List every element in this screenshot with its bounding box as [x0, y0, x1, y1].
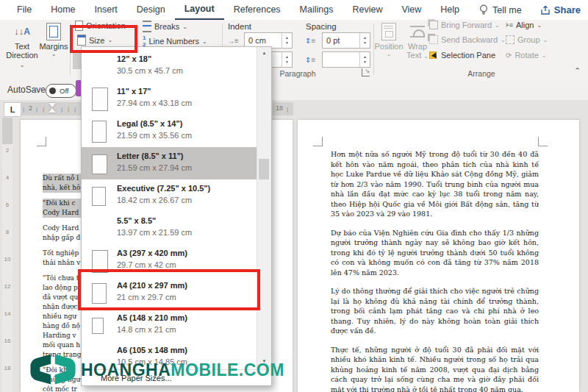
- rotate-button[interactable]: ⟳ Rotate⌄: [506, 51, 547, 60]
- breaks-icon: [143, 21, 151, 32]
- horizontal-ruler-left[interactable]: | 2 | | | | |: [21, 102, 81, 115]
- selected-paragraph: "Đôi khi cCody Hard: [43, 199, 81, 218]
- bring-forward-icon: [429, 21, 438, 29]
- menu-tabs: FileHomeInsertDesignLayoutReferencesMail…: [0, 0, 469, 20]
- spacing-before-spinner[interactable]: ▲▼: [359, 33, 370, 48]
- tab-references[interactable]: References: [224, 1, 290, 19]
- tab-home[interactable]: Home: [41, 1, 85, 19]
- horizontal-ruler-right[interactable]: 18 |: [273, 102, 293, 115]
- paragraph: Dự báo của Viện Nghiên cứu Gia đình cho …: [331, 228, 539, 278]
- paragraph: Tốt nghiệpthải nhân v: [43, 249, 81, 268]
- position-icon: [373, 21, 404, 42]
- v-ruler-number: 2: [2, 147, 12, 154]
- a4-item-annotation: [78, 269, 260, 310]
- v-ruler-number: 12: [2, 283, 12, 290]
- paper-size-item[interactable]: 11" x 17"27.94 cm x 43.18 cm: [82, 82, 257, 115]
- wrap-text-button[interactable]: Wrap Text ⌄: [403, 21, 432, 60]
- paper-size-item[interactable]: Executive (7.25" x 10.5")18.42 cm x 26.6…: [82, 179, 257, 212]
- watermark: HOANGHAMOBILE.COM: [29, 352, 284, 388]
- v-ruler-number: 8: [2, 229, 12, 235]
- tab-file[interactable]: File: [7, 1, 41, 19]
- tab-help[interactable]: Help: [431, 1, 469, 19]
- paper-page-icon: [92, 88, 108, 111]
- align-button[interactable]: ⊧≡ Align⌄: [506, 21, 542, 29]
- toggle-dot-icon: [49, 88, 56, 94]
- paper-size-name: 12" x 18": [117, 54, 151, 63]
- paper-size-item[interactable]: 5.5" x 8.5"13.97 cm x 21.59 cm: [82, 212, 257, 244]
- indent-left-icon: →≡: [227, 36, 239, 45]
- indent-right-spinner[interactable]: ▲▼: [282, 52, 292, 67]
- paper-size-dimensions: 18.42 cm x 26.67 cm: [117, 196, 192, 204]
- first-line-indent-marker[interactable]: [49, 103, 56, 107]
- indent-left-spinner[interactable]: ▲▼: [282, 33, 292, 48]
- arrange-group-label: Arrange: [426, 69, 537, 78]
- spacing-after-input[interactable]: ▲▼: [322, 51, 370, 68]
- paper-size-item[interactable]: Letter (8.5" x 11")21.59 cm x 27.94 cm: [82, 147, 257, 179]
- v-ruler-number: 14: [2, 310, 12, 317]
- paper-size-name: 5.5" x 8.5": [117, 216, 156, 225]
- vertical-ruler[interactable]: 24681012141618: [2, 118, 12, 392]
- spacing-label: Spacing: [306, 22, 337, 31]
- h-ruler-number: 2: [29, 104, 32, 112]
- tab-review[interactable]: Review: [343, 1, 392, 19]
- tab-design[interactable]: Design: [127, 1, 175, 19]
- autosave-toggle[interactable]: Off: [46, 84, 76, 98]
- bring-forward-button[interactable]: Bring Forward⌄: [429, 21, 500, 29]
- paper-size-item[interactable]: A5 (148 x 210 mm)14.8 cm x 21 cm: [82, 309, 257, 341]
- spacing-before-input[interactable]: 0 pt ▲▼: [322, 32, 370, 49]
- text-direction-label-1: Text: [6, 42, 38, 51]
- paper-size-dimensions: 14.8 cm x 21 cm: [117, 325, 176, 334]
- margins-label: Margins: [37, 42, 71, 51]
- selection-pane-button[interactable]: Selection Pane: [429, 51, 495, 60]
- hanging-indent-marker[interactable]: [49, 108, 56, 113]
- selected-paragraph: Dù rất nỗ lnhà, kết hô: [43, 174, 81, 193]
- tell-me[interactable]: Tell me: [479, 4, 522, 15]
- position-button[interactable]: Position ⌄: [373, 21, 404, 57]
- text-direction-icon: ↓↓A: [6, 21, 38, 42]
- paper-page-icon: [92, 318, 104, 334]
- text-direction-button[interactable]: ↓↓A Text Direction ⌄: [6, 21, 38, 68]
- spacing-after-spinner[interactable]: ▲▼: [359, 52, 370, 67]
- paper-page-icon: [92, 121, 107, 143]
- wrap-text-label-1: Wrap: [403, 42, 432, 51]
- bring-forward-label: Bring Forward: [441, 21, 492, 29]
- share-icon: [540, 5, 551, 15]
- ruler-margin-zone: [2, 118, 12, 144]
- tab-view[interactable]: View: [392, 1, 431, 19]
- tab-layout[interactable]: Layout: [175, 0, 224, 20]
- selection-pane-icon: [429, 51, 438, 60]
- paper-size-list: 12" x 18"30.5 cm x 45.7 cm11" x 17"27.94…: [82, 47, 257, 369]
- spacing-before-value: 0 pt: [323, 36, 359, 45]
- paper-size-item[interactable]: Legal (8.5" x 14")21.59 cm x 35.56 cm: [82, 115, 257, 147]
- share-button[interactable]: Share: [540, 0, 581, 20]
- scrollbar-thumb[interactable]: [259, 159, 269, 179]
- paper-size-dimensions: 27.94 cm x 43.18 cm: [117, 99, 192, 107]
- dropdown-scrollbar[interactable]: ▲ ▼: [257, 47, 271, 369]
- paper-size-dimensions: 29.7 cm x 42 cm: [117, 260, 176, 269]
- collapse-ribbon-chevron[interactable]: ⌃: [574, 66, 581, 76]
- indent-left-value: 0 cm: [245, 36, 282, 45]
- margins-button[interactable]: Margins ⌄: [37, 21, 71, 57]
- paper-size-dimensions: 30.5 cm x 45.7 cm: [117, 66, 183, 75]
- paper-size-dimensions: 21.59 cm x 27.94 cm: [117, 163, 192, 172]
- indent-label: Indent: [228, 22, 251, 31]
- menu-bar: FileHomeInsertDesignLayoutReferencesMail…: [0, 0, 588, 20]
- send-backward-button[interactable]: Send Backward⌄: [429, 35, 506, 44]
- breaks-button[interactable]: Breaks⌄: [143, 21, 187, 32]
- send-backward-icon: [429, 35, 438, 44]
- paper-size-name: A3 (297 x 420 mm): [117, 249, 187, 257]
- tab-stop-selector[interactable]: L: [4, 102, 21, 117]
- paper-size-name: A5 (148 x 210 mm): [117, 313, 187, 322]
- paragraph: Cody Hardnhập gấp đ: [43, 224, 81, 243]
- wrap-text-icon: [403, 21, 432, 42]
- group-button[interactable]: Group⌄: [506, 35, 548, 44]
- tab-insert[interactable]: Insert: [85, 1, 127, 19]
- paper-size-name: Executive (7.25" x 10.5"): [117, 184, 210, 193]
- spacing-before-icon: ⇕≡: [305, 36, 315, 45]
- v-ruler-number: 10: [2, 256, 12, 263]
- scroll-up-button[interactable]: ▲: [257, 47, 271, 60]
- paper-size-item[interactable]: 12" x 18"30.5 cm x 45.7 cm: [82, 50, 257, 82]
- tab-mailings[interactable]: Mailings: [290, 1, 343, 19]
- paragraph-dialog-launcher[interactable]: ↘: [362, 68, 370, 76]
- paragraph: Hơn một nửa số người Mỹ trong độ tuổi từ…: [331, 149, 539, 219]
